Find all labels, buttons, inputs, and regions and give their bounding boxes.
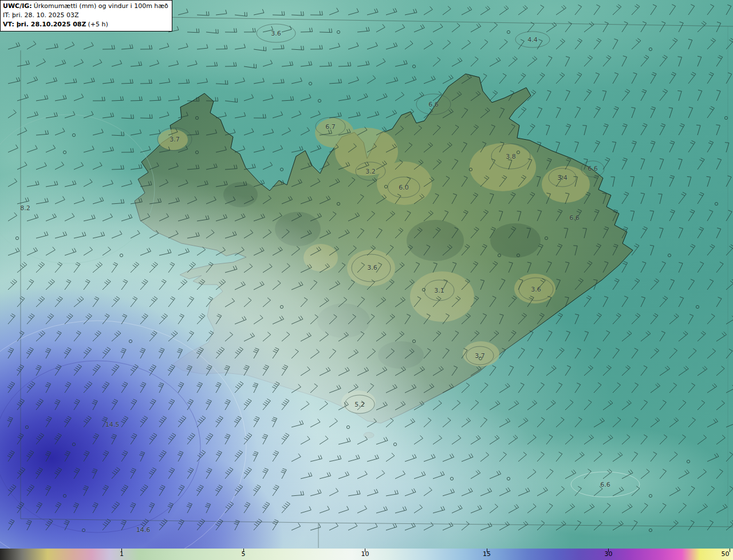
colorbar-tick-label: 50 xyxy=(722,550,730,558)
info-line-title: UWC/IG:Úrkomumætti (mm) og vindur i 100m… xyxy=(3,2,168,11)
valid-time: VT: þri. 28.10.2025 08Z xyxy=(3,21,86,28)
wind-barb-layer xyxy=(0,0,733,560)
colorbar: 1510153050 xyxy=(0,549,733,560)
model-label: UWC/IG: xyxy=(3,2,32,10)
colorbar-tick-label: 15 xyxy=(483,550,491,558)
weather-map-viewport: 3.64.46.66.73.73.83.26.63.46.08.26.63.63… xyxy=(0,0,733,560)
colorbar-tick-mark xyxy=(730,549,730,552)
colorbar-ticks: 1510153050 xyxy=(0,549,733,560)
map-info-box: UWC/IG:Úrkomumætti (mm) og vindur i 100m… xyxy=(0,0,172,31)
colorbar-tick-label: 1 xyxy=(120,550,124,558)
colorbar-tick-label: 10 xyxy=(361,550,369,558)
map-title: Úrkomumætti (mm) og vindur i 100m hæð xyxy=(34,2,168,10)
info-line-init: IT: þri. 28. 10. 2025 03Z xyxy=(3,11,168,20)
valid-offset: (+5 h) xyxy=(88,21,108,28)
colorbar-tick-label: 30 xyxy=(604,550,612,558)
colorbar-tick-label: 5 xyxy=(241,550,245,558)
info-line-valid: VT: þri. 28.10.2025 08Z(+5 h) xyxy=(3,20,168,29)
